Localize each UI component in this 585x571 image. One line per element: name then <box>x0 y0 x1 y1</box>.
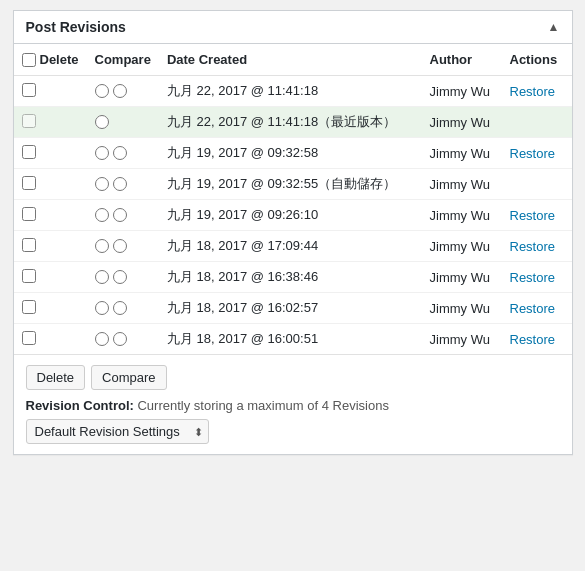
revision-settings-select-wrapper: Default Revision SettingsStore 1 Revisio… <box>26 419 209 444</box>
compare-to-radio[interactable] <box>113 332 127 346</box>
panel-footer: Delete Compare Revision Control: Current… <box>14 354 572 454</box>
row-delete-checkbox[interactable] <box>22 300 36 314</box>
compare-from-radio[interactable] <box>95 332 109 346</box>
row-author: Jimmy Wu <box>422 138 502 169</box>
compare-from-radio[interactable] <box>95 301 109 315</box>
row-author: Jimmy Wu <box>422 169 502 200</box>
row-date: 九月 18, 2017 @ 16:02:57 <box>159 293 422 324</box>
row-delete-checkbox[interactable] <box>22 114 36 128</box>
post-revisions-panel: Post Revisions ▲ Delete Compare Date Cre… <box>13 10 573 455</box>
table-row: 九月 19, 2017 @ 09:26:10Jimmy WuRestore <box>14 200 572 231</box>
compare-to-radio[interactable] <box>113 239 127 253</box>
th-compare: Compare <box>87 44 159 76</box>
th-actions: Actions <box>502 44 572 76</box>
restore-button[interactable]: Restore <box>510 208 556 223</box>
restore-button[interactable]: Restore <box>510 301 556 316</box>
table-header-row: Delete Compare Date Created Author Actio… <box>14 44 572 76</box>
th-author: Author <box>422 44 502 76</box>
row-date: 九月 19, 2017 @ 09:32:58 <box>159 138 422 169</box>
table-row: 九月 18, 2017 @ 17:09:44Jimmy WuRestore <box>14 231 572 262</box>
compare-button[interactable]: Compare <box>91 365 166 390</box>
table-row: 九月 18, 2017 @ 16:02:57Jimmy WuRestore <box>14 293 572 324</box>
restore-button[interactable]: Restore <box>510 270 556 285</box>
row-date: 九月 19, 2017 @ 09:32:55（自動儲存） <box>159 169 422 200</box>
row-delete-checkbox[interactable] <box>22 176 36 190</box>
compare-from-radio[interactable] <box>95 84 109 98</box>
row-date: 九月 18, 2017 @ 16:38:46 <box>159 262 422 293</box>
compare-from-radio[interactable] <box>95 208 109 222</box>
row-date: 九月 19, 2017 @ 09:26:10 <box>159 200 422 231</box>
table-row: 九月 19, 2017 @ 09:32:58Jimmy WuRestore <box>14 138 572 169</box>
row-author: Jimmy Wu <box>422 76 502 107</box>
revision-control-text: Currently storing a maximum of 4 Revisio… <box>137 398 388 413</box>
table-row: 九月 18, 2017 @ 16:38:46Jimmy WuRestore <box>14 262 572 293</box>
footer-buttons: Delete Compare <box>26 365 560 390</box>
revisions-table: Delete Compare Date Created Author Actio… <box>14 44 572 354</box>
table-row: 九月 19, 2017 @ 09:32:55（自動儲存）Jimmy Wu <box>14 169 572 200</box>
toggle-icon[interactable]: ▲ <box>548 20 560 34</box>
restore-button[interactable]: Restore <box>510 239 556 254</box>
row-delete-checkbox[interactable] <box>22 331 36 345</box>
row-author: Jimmy Wu <box>422 262 502 293</box>
revision-control-label: Revision Control: <box>26 398 134 413</box>
compare-from-radio[interactable] <box>95 146 109 160</box>
revision-control-info: Revision Control: Currently storing a ma… <box>26 398 560 413</box>
panel-title: Post Revisions <box>26 19 126 35</box>
compare-to-radio[interactable] <box>113 270 127 284</box>
restore-button[interactable]: Restore <box>510 332 556 347</box>
compare-to-radio[interactable] <box>113 146 127 160</box>
table-row: 九月 22, 2017 @ 11:41:18Jimmy WuRestore <box>14 76 572 107</box>
compare-to-radio[interactable] <box>113 84 127 98</box>
compare-from-radio[interactable] <box>95 115 109 129</box>
row-delete-checkbox[interactable] <box>22 207 36 221</box>
restore-button[interactable]: Restore <box>510 146 556 161</box>
table-row: 九月 22, 2017 @ 11:41:18（最近版本）Jimmy Wu <box>14 107 572 138</box>
th-date-created: Date Created <box>159 44 422 76</box>
row-author: Jimmy Wu <box>422 231 502 262</box>
compare-to-radio[interactable] <box>113 208 127 222</box>
select-all-checkbox[interactable] <box>22 53 36 67</box>
row-delete-checkbox[interactable] <box>22 238 36 252</box>
row-delete-checkbox[interactable] <box>22 83 36 97</box>
compare-from-radio[interactable] <box>95 270 109 284</box>
compare-to-radio[interactable] <box>113 177 127 191</box>
revision-settings-select[interactable]: Default Revision SettingsStore 1 Revisio… <box>26 419 209 444</box>
restore-button[interactable]: Restore <box>510 84 556 99</box>
compare-from-radio[interactable] <box>95 177 109 191</box>
compare-from-radio[interactable] <box>95 239 109 253</box>
th-delete: Delete <box>14 44 87 76</box>
row-date: 九月 22, 2017 @ 11:41:18 <box>159 76 422 107</box>
delete-button[interactable]: Delete <box>26 365 86 390</box>
row-delete-checkbox[interactable] <box>22 145 36 159</box>
row-delete-checkbox[interactable] <box>22 269 36 283</box>
row-author: Jimmy Wu <box>422 107 502 138</box>
table-row: 九月 18, 2017 @ 16:00:51Jimmy WuRestore <box>14 324 572 355</box>
row-date: 九月 18, 2017 @ 17:09:44 <box>159 231 422 262</box>
row-author: Jimmy Wu <box>422 324 502 355</box>
row-author: Jimmy Wu <box>422 293 502 324</box>
panel-header: Post Revisions ▲ <box>14 11 572 44</box>
row-author: Jimmy Wu <box>422 200 502 231</box>
row-date: 九月 22, 2017 @ 11:41:18（最近版本） <box>159 107 422 138</box>
row-date: 九月 18, 2017 @ 16:00:51 <box>159 324 422 355</box>
compare-to-radio[interactable] <box>113 301 127 315</box>
